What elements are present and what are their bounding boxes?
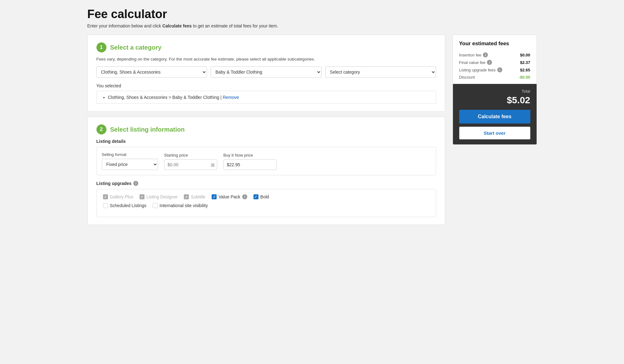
value-pack-label: Value Pack — [219, 194, 240, 199]
buy-now-price-wrapper — [224, 159, 277, 170]
starting-price-label: Starting price — [164, 153, 217, 158]
scheduled-listings-label: Scheduled Listings — [110, 203, 147, 208]
listing-details-label: Listing details — [96, 139, 436, 144]
selected-category-list: Clothing, Shoes & Accessories > Baby & T… — [102, 95, 431, 100]
upgrade-scheduled-listings: Scheduled Listings — [103, 203, 147, 208]
calendar-icon: ▦ — [211, 162, 215, 167]
buy-now-price-group: Buy It Now price — [224, 153, 277, 170]
fees-header: Your estimated fees Insertion fee i $0.0… — [453, 35, 537, 84]
check-mark-icon: ✓ — [185, 195, 188, 199]
upgrade-fee-label: Listing upgrade fees i — [459, 67, 502, 72]
final-value-fee-label: Final value fee i — [459, 60, 492, 65]
upgrades-row-2: Scheduled Listings International site vi… — [103, 203, 430, 208]
category-dropdowns-row: Clothing, Shoes & Accessories Electronic… — [96, 66, 436, 78]
check-mark-icon: ✓ — [104, 195, 107, 199]
bold-label: Bold — [260, 194, 269, 199]
section-1-card: 1 Select a category Fees vary, depending… — [87, 35, 445, 112]
selling-format-select[interactable]: Fixed price Auction — [102, 159, 158, 170]
upgrades-info-icon[interactable]: i — [133, 181, 138, 186]
starting-price-wrapper: ▦ — [164, 159, 217, 170]
section-1-description: Fees vary, depending on the category. Fo… — [96, 57, 436, 61]
category-dropdown-1-wrapper: Clothing, Shoes & Accessories Electronic… — [96, 66, 207, 78]
section-2-card: 2 Select listing information Listing det… — [87, 117, 445, 225]
insertion-fee-info-icon[interactable]: i — [483, 52, 488, 57]
buy-now-price-input[interactable] — [224, 159, 277, 170]
discount-value: -$0.00 — [519, 75, 530, 80]
subtitle-label: Subtitle — [191, 194, 205, 199]
calculate-fees-button[interactable]: Calculate fees — [459, 110, 530, 124]
subtitle-checkbox[interactable]: ✓ — [184, 194, 189, 199]
remove-category-link[interactable]: Remove — [223, 95, 239, 100]
category-dropdown-3-wrapper: Select category Tops & T-Shirts Pants — [325, 66, 436, 78]
international-visibility-checkbox[interactable] — [153, 203, 158, 208]
upgrade-gallery-plus: ✓ Gallery Plus — [103, 194, 133, 199]
value-pack-checkbox[interactable]: ✓ — [212, 194, 217, 199]
upgrade-listing-designer: ✓ Listing Designer — [140, 194, 178, 199]
final-value-info-icon[interactable]: i — [487, 60, 492, 65]
buy-now-price-label: Buy It Now price — [224, 153, 277, 158]
category-dropdown-2[interactable]: Baby & Toddler Clothing Men's Clothing W… — [211, 66, 322, 78]
insertion-fee-value: $0.00 — [520, 53, 530, 57]
fees-title: Your estimated fees — [459, 41, 530, 47]
upgrade-fee-value: $2.65 — [520, 68, 530, 72]
international-visibility-label: International site visibility — [160, 203, 208, 208]
right-column: Your estimated fees Insertion fee i $0.0… — [453, 35, 537, 145]
bold-checkbox[interactable]: ✓ — [253, 194, 258, 199]
fee-row-final-value: Final value fee i $2.37 — [459, 59, 530, 66]
listing-designer-checkbox[interactable]: ✓ — [140, 194, 145, 199]
fee-row-discount: Discount -$0.00 — [459, 74, 530, 81]
section-2-title: Select listing information — [110, 126, 185, 133]
fee-row-insertion: Insertion fee i $0.00 — [459, 51, 530, 59]
upgrade-value-pack: ✓ Value Pack i — [212, 194, 247, 199]
upgrades-row-1: ✓ Gallery Plus ✓ Listing Designer — [103, 194, 430, 199]
total-label: Total — [459, 89, 530, 94]
section-2-header: 2 Select listing information — [96, 124, 436, 134]
fees-card: Your estimated fees Insertion fee i $0.0… — [453, 35, 537, 145]
check-mark-icon: ✓ — [140, 195, 143, 199]
value-pack-info-icon[interactable]: i — [242, 194, 247, 199]
final-value-fee-value: $2.37 — [520, 60, 530, 65]
fee-row-upgrade: Listing upgrade fees i $2.65 — [459, 66, 530, 74]
fees-footer: Total $5.02 Calculate fees Start over — [453, 84, 537, 144]
start-over-button[interactable]: Start over — [459, 127, 530, 139]
listing-upgrades-label: Listing upgrades i — [96, 181, 436, 186]
section-1-header: 1 Select a category — [96, 42, 436, 52]
step-1-badge: 1 — [96, 42, 106, 52]
listing-designer-label: Listing Designer — [146, 194, 178, 199]
starting-price-group: Starting price ▦ — [164, 153, 217, 170]
listing-fields-row: Selling format Fixed price Auction Start… — [102, 152, 431, 170]
gallery-plus-checkbox[interactable]: ✓ — [103, 194, 108, 199]
page-subtitle: Enter your information below and click C… — [87, 23, 537, 28]
category-dropdown-2-wrapper: Baby & Toddler Clothing Men's Clothing W… — [211, 66, 322, 78]
upgrade-bold: ✓ Bold — [253, 194, 269, 199]
selling-format-label: Selling format — [102, 152, 158, 157]
you-selected-label: You selected — [96, 83, 436, 88]
selling-format-group: Selling format Fixed price Auction — [102, 152, 158, 170]
starting-price-input[interactable] — [164, 159, 217, 170]
upgrade-subtitle: ✓ Subtitle — [184, 194, 205, 199]
check-mark-icon: ✓ — [213, 195, 216, 199]
check-mark-icon: ✓ — [254, 195, 257, 199]
gallery-plus-label: Gallery Plus — [110, 194, 133, 199]
discount-label: Discount — [459, 75, 475, 80]
upgrade-international-visibility: International site visibility — [153, 203, 208, 208]
selected-category-box: Clothing, Shoes & Accessories > Baby & T… — [96, 91, 436, 104]
category-dropdown-1[interactable]: Clothing, Shoes & Accessories Electronic… — [96, 66, 207, 78]
category-dropdown-3[interactable]: Select category Tops & T-Shirts Pants — [325, 66, 436, 78]
selected-category-item: Clothing, Shoes & Accessories > Baby & T… — [108, 95, 431, 100]
page-title: Fee calculator — [87, 7, 537, 21]
upgrade-fee-info-icon[interactable]: i — [497, 67, 502, 72]
upgrades-box: ✓ Gallery Plus ✓ Listing Designer — [96, 189, 436, 217]
listing-details-box: Selling format Fixed price Auction Start… — [96, 147, 436, 175]
section-1-title: Select a category — [110, 44, 162, 51]
insertion-fee-label: Insertion fee i — [459, 52, 488, 57]
total-amount: $5.02 — [459, 95, 530, 105]
step-2-badge: 2 — [96, 124, 106, 134]
scheduled-listings-checkbox[interactable] — [103, 203, 108, 208]
fees-body: Insertion fee i $0.00 Final value fee i — [459, 51, 530, 81]
selling-format-select-wrapper: Fixed price Auction — [102, 159, 158, 170]
